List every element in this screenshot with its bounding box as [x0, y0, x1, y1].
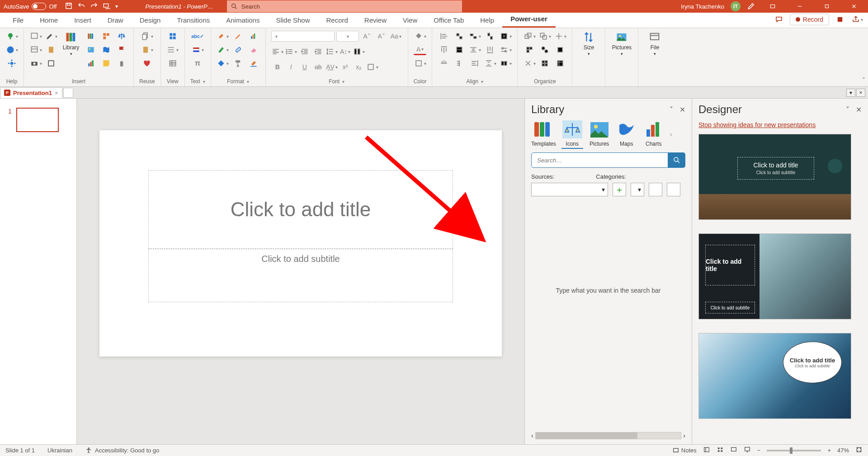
scroll-left-icon[interactable]: ‹: [531, 432, 533, 439]
fit-to-window-icon[interactable]: [855, 446, 863, 455]
categories-add-button[interactable]: ＋: [613, 183, 626, 196]
increase-indent-icon[interactable]: [312, 46, 325, 57]
align-c3-icon[interactable]: [468, 58, 481, 69]
reuse-heart-icon[interactable]: [141, 58, 153, 69]
pen-icon[interactable]: [747, 1, 756, 12]
close-icon[interactable]: [844, 0, 864, 13]
align-b2-icon[interactable]: [453, 44, 466, 55]
insert-scale-icon[interactable]: [115, 31, 128, 42]
library-tab-templates[interactable]: Templates: [531, 119, 556, 149]
library-collapse-icon[interactable]: ˅: [670, 105, 673, 114]
file-button[interactable]: File▾: [644, 31, 665, 56]
designer-collapse-icon[interactable]: ˅: [846, 105, 849, 114]
tab-office-tab[interactable]: Office Tab: [425, 13, 472, 28]
zoom-in-icon[interactable]: +: [827, 447, 831, 454]
organize-a1-icon[interactable]: [523, 31, 536, 42]
organize-b3-icon[interactable]: [538, 58, 551, 69]
reading-view-icon[interactable]: [730, 446, 737, 455]
align-d3-icon[interactable]: [484, 58, 496, 69]
document-tab[interactable]: P Presentation1 ×: [0, 87, 62, 98]
help-gear-icon[interactable]: [5, 58, 18, 69]
subtitle-placeholder[interactable]: Click to add subtitle: [148, 249, 453, 302]
insert-tombstone-icon[interactable]: [115, 58, 128, 69]
maximize-icon[interactable]: [816, 0, 837, 13]
library-tab-charts[interactable]: Charts: [643, 119, 665, 149]
status-language[interactable]: Ukrainian: [47, 447, 72, 454]
pictures-button[interactable]: Pictures▾: [611, 31, 632, 56]
decrease-indent-icon[interactable]: [298, 46, 311, 57]
designer-idea-3[interactable]: Click to add titleClick to add subtitle: [698, 333, 851, 419]
format-bucket-icon[interactable]: [217, 58, 229, 69]
undo-icon[interactable]: [77, 2, 85, 11]
library-tab-icons[interactable]: Icons: [561, 119, 583, 149]
sorter-view-icon[interactable]: [717, 446, 724, 455]
designer-stop-link[interactable]: Stop showing ideas for new presentations: [698, 121, 862, 128]
organize-b1-icon[interactable]: [538, 31, 551, 42]
bullets-icon[interactable]: [285, 46, 297, 57]
text-flag-icon[interactable]: [191, 44, 204, 55]
align-b3-icon[interactable]: [453, 58, 466, 69]
tab-strip-dropdown-icon[interactable]: ▾: [846, 89, 855, 97]
organize-c3-icon[interactable]: [554, 58, 566, 69]
insert-frame-icon[interactable]: [45, 58, 57, 69]
format-chart-icon[interactable]: [247, 31, 260, 42]
tab-design[interactable]: Design: [132, 13, 169, 28]
tab-record[interactable]: Record: [318, 13, 356, 28]
autofit-icon[interactable]: [366, 62, 379, 72]
format-color-brush-icon[interactable]: [247, 58, 260, 69]
underline-icon[interactable]: U: [298, 62, 311, 72]
increase-font-icon[interactable]: A˄: [361, 31, 373, 42]
tab-draw[interactable]: Draw: [99, 13, 132, 28]
align-a3-icon[interactable]: [438, 58, 450, 69]
user-avatar[interactable]: IT: [731, 1, 741, 11]
italic-icon[interactable]: I: [285, 62, 297, 72]
share-icon[interactable]: [851, 13, 863, 26]
tab-help[interactable]: Help: [472, 13, 502, 28]
format-eraser-icon[interactable]: [247, 44, 260, 55]
tab-animations[interactable]: Animations: [218, 13, 268, 28]
align-b1-icon[interactable]: [453, 31, 466, 42]
zoom-slider[interactable]: [767, 450, 821, 451]
format-roller-icon[interactable]: [232, 58, 245, 69]
organize-a3-icon[interactable]: [523, 58, 536, 69]
char-spacing-icon[interactable]: A͟V: [326, 62, 338, 72]
insert-diagram-icon[interactable]: [100, 31, 113, 42]
designer-idea-2[interactable]: Click to add title Click to add subtitle: [698, 233, 851, 319]
columns-icon[interactable]: [353, 46, 365, 57]
library-scrollbar[interactable]: ‹›: [531, 432, 685, 440]
tab-transitions[interactable]: Transitions: [169, 13, 218, 28]
superscript-icon[interactable]: x²: [339, 62, 352, 72]
ribbon-display-icon[interactable]: [762, 0, 783, 13]
categories-dropdown[interactable]: ▾: [631, 183, 644, 196]
from-beginning-icon[interactable]: [103, 2, 111, 11]
tab-slide-show[interactable]: Slide Show: [268, 13, 318, 28]
insert-camera-icon[interactable]: [29, 58, 42, 69]
tab-strip-close-icon[interactable]: ×: [856, 89, 865, 97]
minimize-icon[interactable]: [789, 0, 810, 13]
align-c1-icon[interactable]: [468, 31, 481, 42]
insert-books-icon[interactable]: [85, 31, 97, 42]
insert-map-icon[interactable]: [100, 44, 113, 55]
organize-b2-icon[interactable]: [538, 44, 551, 55]
align-d1-icon[interactable]: [484, 31, 496, 42]
insert-clipboard-icon[interactable]: [45, 44, 57, 55]
library-extra-1[interactable]: [649, 183, 662, 196]
zoom-level[interactable]: 47%: [837, 447, 849, 454]
accessibility-icon[interactable]: Accessibility: Good to go: [85, 447, 159, 454]
redo-icon[interactable]: [90, 2, 98, 11]
align-left-icon[interactable]: [271, 46, 284, 57]
outline-icon[interactable]: [414, 58, 426, 69]
library-search-button[interactable]: [668, 152, 685, 168]
close-tab-icon[interactable]: ×: [55, 90, 58, 96]
library-search-input[interactable]: [531, 152, 668, 168]
normal-view-icon[interactable]: [703, 446, 710, 455]
text-pi-icon[interactable]: π: [191, 58, 204, 69]
help-lightbulb-icon[interactable]: [5, 31, 18, 42]
insert-sticky-icon[interactable]: [100, 58, 113, 69]
library-button[interactable]: Library▾: [60, 31, 82, 56]
view-list-icon[interactable]: [166, 44, 179, 55]
reuse-copy-icon[interactable]: [141, 31, 153, 42]
qat-more-icon[interactable]: ▾: [115, 3, 118, 10]
thumbnail-row[interactable]: 1: [8, 108, 68, 132]
present-teams-icon[interactable]: [834, 13, 846, 26]
